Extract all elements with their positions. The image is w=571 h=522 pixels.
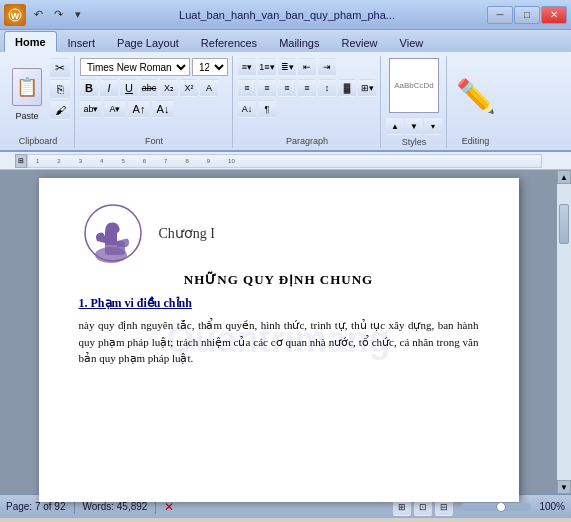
quick-access-toolbar: ↶ ↷ ▾ [29, 6, 87, 24]
zoom-slider[interactable] [461, 503, 531, 511]
align-center-button[interactable]: ≡ [258, 79, 276, 97]
text-highlight-button[interactable]: ab▾ [80, 100, 102, 118]
paste-button[interactable]: 📋 Paste [6, 58, 48, 128]
decrease-indent-button[interactable]: ⇤ [298, 58, 316, 76]
numbering-button[interactable]: 1≡▾ [258, 58, 276, 76]
tab-mailings[interactable]: Mailings [268, 32, 330, 52]
section-title: NHỮNG QUY ĐỊNH CHUNG [79, 272, 479, 288]
redo-button[interactable]: ↷ [49, 6, 67, 24]
scroll-down-arrow[interactable]: ▼ [557, 480, 571, 494]
styles-scroll-up[interactable]: ▲ [386, 117, 404, 135]
shading-button[interactable]: ▓ [338, 79, 356, 97]
tab-home[interactable]: Home [4, 31, 57, 52]
show-hide-button[interactable]: ¶ [258, 100, 276, 118]
vertical-scrollbar[interactable]: ▲ ▼ [557, 170, 571, 494]
clipboard-group: 📋 Paste ✂ ⎘ 🖌 Clipboard [2, 56, 75, 148]
page-info: Page: 7 of 92 [6, 501, 66, 512]
ruler-area: ⊞ 1 2 3 4 5 6 7 8 9 10 [0, 152, 571, 170]
styles-more-button[interactable]: ▾ [424, 117, 442, 135]
ribbon: 📋 Paste ✂ ⎘ 🖌 Clipboard Times New Roman … [0, 52, 571, 152]
minimize-button[interactable]: ─ [487, 6, 513, 24]
zoom-slider-thumb[interactable] [496, 502, 506, 512]
undo-button[interactable]: ↶ [29, 6, 47, 24]
tab-insert[interactable]: Insert [57, 32, 107, 52]
styles-scroll-down[interactable]: ▼ [405, 117, 423, 135]
clipboard-label: Clipboard [6, 134, 70, 146]
zoom-level: 100% [539, 501, 565, 512]
chapter-title: Chương I [159, 225, 216, 242]
copy-button[interactable]: ⎘ [50, 79, 70, 99]
font-size-select[interactable]: 12 [192, 58, 228, 76]
word-count: Words: 45,892 [83, 501, 148, 512]
strikethrough-button[interactable]: abc [140, 79, 158, 97]
styles-gallery[interactable]: AaBbCcDd [389, 58, 439, 113]
paragraph-label: Paragraph [238, 134, 376, 146]
horizontal-ruler: 1 2 3 4 5 6 7 8 9 10 [27, 154, 542, 168]
subscript-button[interactable]: X₂ [160, 79, 178, 97]
borders-button[interactable]: ⊞▾ [358, 79, 376, 97]
paste-label: Paste [15, 111, 38, 121]
font-size-shrink-button[interactable]: A↓ [152, 100, 174, 118]
underline-button[interactable]: U [120, 79, 138, 97]
tab-view[interactable]: View [389, 32, 435, 52]
editing-group: ✏️ Editing [448, 56, 503, 148]
chapter-image [79, 198, 149, 268]
styles-group: AaBbCcDd ▲ ▼ ▾ Styles [382, 56, 447, 148]
font-size-grow-button[interactable]: A↑ [128, 100, 150, 118]
paste-icon: 📋 [12, 68, 42, 106]
styles-label: Styles [386, 135, 442, 147]
sort-button[interactable]: A↓ [238, 100, 256, 118]
ribbon-tabs: Home Insert Page Layout References Maili… [0, 30, 571, 52]
bold-button[interactable]: B [80, 79, 98, 97]
increase-indent-button[interactable]: ⇥ [318, 58, 336, 76]
font-group: Times New Roman 12 B I U abc X₂ X² A ab▾… [76, 56, 233, 148]
tab-page-layout[interactable]: Page Layout [106, 32, 190, 52]
hand-pointer-svg [81, 201, 146, 266]
font-name-select[interactable]: Times New Roman [80, 58, 190, 76]
editing-label: Editing [452, 134, 499, 146]
superscript-button[interactable]: X² [180, 79, 198, 97]
close-button[interactable]: ✕ [541, 6, 567, 24]
cut-button[interactable]: ✂ [50, 58, 70, 78]
align-right-button[interactable]: ≡ [278, 79, 296, 97]
justify-button[interactable]: ≡ [298, 79, 316, 97]
paragraph-group: ≡▾ 1≡▾ ≣▾ ⇤ ⇥ ≡ ≡ ≡ ≡ ↕ ▓ ⊞▾ A↓ ¶ Paragr… [234, 56, 381, 148]
align-left-button[interactable]: ≡ [238, 79, 256, 97]
clear-format-button[interactable]: A [200, 79, 218, 97]
ruler-toggle[interactable]: ⊞ [15, 154, 27, 168]
quick-access-dropdown[interactable]: ▾ [69, 6, 87, 24]
maximize-button[interactable]: □ [514, 6, 540, 24]
italic-button[interactable]: I [100, 79, 118, 97]
scroll-track[interactable] [557, 184, 571, 480]
document-content: Chương I NHỮNG QUY ĐỊNH CHUNG 1. Phạm vi… [79, 198, 479, 367]
document-container: Quantrimang [0, 170, 571, 494]
editing-icon: ✏️ [456, 77, 496, 115]
body-text: này quy định nguyên tắc, thẩm quyền, hìn… [79, 317, 479, 367]
scroll-thumb[interactable] [559, 204, 569, 244]
article-title: 1. Phạm vi điều chỉnh [79, 296, 479, 311]
chapter-line: Chương I [79, 198, 479, 268]
format-painter-button[interactable]: 🖌 [50, 100, 70, 120]
font-color-button[interactable]: A▾ [104, 100, 126, 118]
multilevel-list-button[interactable]: ≣▾ [278, 58, 296, 76]
window-title: Luat_ban_hanh_van_ban_quy_pham_pha... [87, 9, 487, 21]
bullets-button[interactable]: ≡▾ [238, 58, 256, 76]
office-button[interactable]: W [4, 4, 26, 26]
title-bar: W ↶ ↷ ▾ Luat_ban_hanh_van_ban_quy_pham_p… [0, 0, 571, 30]
document-page: Quantrimang [39, 178, 519, 502]
tab-references[interactable]: References [190, 32, 268, 52]
tab-review[interactable]: Review [330, 32, 388, 52]
scroll-up-arrow[interactable]: ▲ [557, 170, 571, 184]
font-label: Font [80, 134, 228, 146]
svg-text:W: W [11, 11, 20, 21]
line-spacing-button[interactable]: ↕ [318, 79, 336, 97]
svg-rect-4 [105, 241, 125, 255]
